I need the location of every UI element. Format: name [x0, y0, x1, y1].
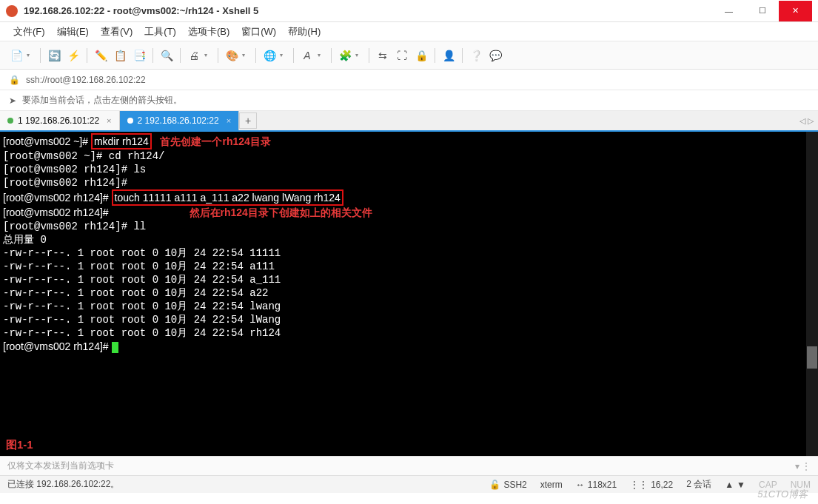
separator: [255, 48, 256, 63]
separator: [331, 48, 332, 63]
separator: [369, 48, 369, 63]
script-icon[interactable]: 🧩: [336, 47, 354, 64]
app-icon: [6, 5, 18, 17]
size-icon: ↔: [576, 480, 585, 490]
menu-tools[interactable]: 工具(T): [140, 24, 181, 40]
sendbar: 仅将文本发送到当前选项卡 ▾ ⋮: [0, 456, 818, 475]
terminal-line: [root@vms002 rh124]# ls: [3, 163, 815, 176]
separator: [293, 48, 294, 63]
properties-icon[interactable]: ✏️: [92, 47, 110, 64]
menu-view[interactable]: 查看(V): [96, 24, 137, 40]
dropdown-icon[interactable]: ▾: [318, 52, 323, 58]
watermark: 51CTO博客: [757, 488, 808, 501]
tab-label: 1 192.168.26.101:22: [18, 115, 99, 126]
menu-window[interactable]: 窗口(W): [237, 24, 281, 40]
menu-file[interactable]: 文件(F): [9, 24, 50, 40]
status-nav: ▲▼: [725, 480, 745, 490]
down-icon[interactable]: ▼: [737, 480, 745, 490]
status-dot-icon: [127, 118, 133, 124]
dropdown-icon[interactable]: ▾: [355, 52, 361, 58]
menubar: 文件(F) 编辑(E) 查看(V) 工具(T) 选项卡(B) 窗口(W) 帮助(…: [0, 22, 818, 41]
terminal[interactable]: [root@vms002 ~]# mkdir rh124 首先创建一个rh124…: [0, 132, 818, 456]
separator: [87, 48, 87, 63]
tab-nav-arrows[interactable]: ◁ ▷: [799, 116, 814, 126]
lock-small-icon: 🔒: [9, 75, 20, 85]
user-icon[interactable]: 👤: [440, 47, 457, 64]
address-url[interactable]: ssh://root@192.168.26.102:22: [26, 75, 146, 85]
font-icon[interactable]: A: [298, 47, 316, 64]
scrollbar[interactable]: [806, 132, 818, 456]
send-mode-label[interactable]: 仅将文本发送到当前选项卡: [7, 460, 114, 472]
terminal-line: -rw-r--r--. 1 root root 0 10月 24 22:54 1…: [3, 246, 815, 260]
terminal-line: -rw-r--r--. 1 root root 0 10月 24 22:54 l…: [3, 300, 815, 313]
prompt: [root@vms002 rh124]#: [3, 340, 112, 352]
status-pos: ⋮⋮16,22: [630, 480, 673, 490]
dropdown-icon[interactable]: ▾ ⋮: [795, 461, 811, 471]
add-tab-button[interactable]: +: [239, 112, 257, 129]
scrollbar-thumb[interactable]: [807, 346, 817, 369]
status-size: ↔118x21: [576, 480, 617, 490]
search-icon[interactable]: 🔍: [158, 47, 175, 64]
terminal-line: -rw-r--r--. 1 root root 0 10月 24 22:54 a…: [3, 260, 815, 273]
terminal-line: 总用量 0: [3, 233, 815, 246]
addressbar: 🔒 ssh://root@192.168.26.102:22: [0, 70, 818, 90]
new-session-icon[interactable]: 📄: [7, 47, 25, 64]
hintbar: ➤ 要添加当前会话，点击左侧的箭头按钮。: [0, 90, 818, 111]
tab-close-icon[interactable]: ×: [107, 116, 111, 125]
terminal-line: [root@vms002 rh124]# ll: [3, 220, 815, 233]
close-button[interactable]: ✕: [779, 1, 812, 21]
status-dot-icon: [7, 118, 13, 124]
paste-icon[interactable]: 📑: [130, 47, 148, 64]
dropdown-icon[interactable]: ▾: [204, 52, 210, 58]
chat-icon[interactable]: 💬: [486, 47, 504, 64]
annotation: 首先创建一个rh124目录: [152, 135, 271, 147]
color-icon[interactable]: 🎨: [223, 47, 241, 64]
maximize-button[interactable]: ☐: [745, 1, 779, 21]
tab-close-icon[interactable]: ×: [227, 116, 231, 125]
prompt: [root@vms002 rh124]#: [3, 192, 112, 204]
print-icon[interactable]: 🖨: [185, 47, 203, 64]
separator: [462, 48, 463, 63]
annotation: 然后在rh124目录下创建如上的相关文件: [109, 206, 372, 218]
menu-tabs[interactable]: 选项卡(B): [184, 24, 234, 40]
window-controls: — ☐ ✕: [712, 1, 812, 21]
highlighted-command: touch 11111 a111 a_111 a22 lwang lWang r…: [112, 189, 343, 206]
globe-icon[interactable]: 🌐: [261, 47, 278, 64]
separator: [218, 48, 218, 63]
fullscreen-icon[interactable]: ⛶: [393, 47, 411, 64]
hint-text: 要添加当前会话，点击左侧的箭头按钮。: [22, 94, 182, 107]
help-icon[interactable]: ❔: [467, 47, 485, 64]
prompt: [root@vms002 ~]#: [3, 135, 91, 147]
status-sessions: 2 会话: [686, 478, 711, 491]
separator: [40, 48, 41, 63]
tab-session-1[interactable]: 1 192.168.26.101:22 ×: [0, 111, 120, 130]
lock-icon[interactable]: 🔒: [412, 47, 430, 64]
reconnect-icon[interactable]: 🔄: [45, 47, 63, 64]
cursor: [112, 342, 118, 353]
status-connection: 已连接 192.168.26.102:22。: [7, 478, 476, 491]
dropdown-icon[interactable]: ▾: [242, 52, 248, 58]
separator: [180, 48, 181, 63]
transfer-icon[interactable]: ⇆: [374, 47, 392, 64]
terminal-line: -rw-r--r--. 1 root root 0 10月 24 22:54 a…: [3, 273, 815, 286]
pos-icon: ⋮⋮: [630, 480, 648, 490]
lock-icon: 🔓: [489, 480, 500, 490]
toolbar: 📄▾ 🔄 ⚡ ✏️ 📋 📑 🔍 🖨▾ 🎨▾ 🌐▾ A▾ 🧩▾ ⇆ ⛶ 🔒 👤 ❔…: [0, 41, 818, 70]
terminal-line: [root@vms002 rh124]#: [3, 206, 109, 218]
tab-session-2[interactable]: 2 192.168.26.102:22 ×: [120, 111, 240, 130]
menu-edit[interactable]: 编辑(E): [53, 24, 93, 40]
dropdown-icon[interactable]: ▾: [280, 52, 286, 58]
menu-help[interactable]: 帮助(H): [284, 24, 325, 40]
dropdown-icon[interactable]: ▾: [27, 52, 33, 58]
terminal-line: [root@vms002 rh124]#: [3, 176, 815, 189]
disconnect-icon[interactable]: ⚡: [64, 47, 82, 64]
status-term: xterm: [540, 480, 563, 490]
copy-icon[interactable]: 📋: [111, 47, 129, 64]
terminal-line: -rw-r--r--. 1 root root 0 10月 24 22:54 r…: [3, 326, 815, 340]
terminal-line: -rw-r--r--. 1 root root 0 10月 24 22:54 a…: [3, 286, 815, 300]
up-icon[interactable]: ▲: [725, 480, 734, 490]
minimize-button[interactable]: —: [712, 1, 745, 21]
window-title: 192.168.26.102:22 - root@vms002:~/rh124 …: [24, 5, 712, 16]
separator: [435, 48, 435, 63]
arrow-icon[interactable]: ➤: [9, 95, 16, 106]
